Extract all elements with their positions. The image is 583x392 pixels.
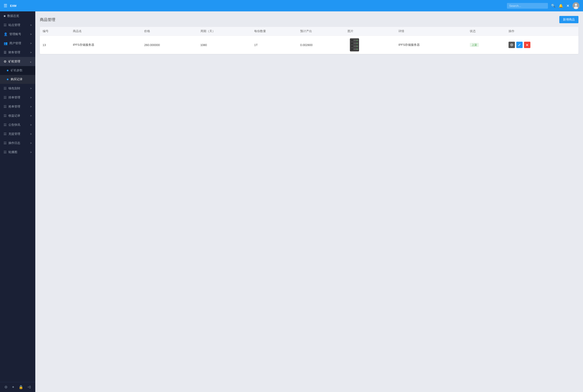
col-period: 周期（天） xyxy=(198,27,252,36)
col-name: 商品名 xyxy=(70,27,141,36)
delete-button[interactable] xyxy=(524,42,530,48)
sidebar-item-label: 收益记录 xyxy=(8,114,20,118)
col-id: 编号 xyxy=(40,27,70,36)
table-container: 编号 商品名 价格 周期（天） 每份数量 预计产出 图片 详情 状态 操作 13 xyxy=(40,27,579,54)
sidebar-item-users[interactable]: 👥 用户管理 > xyxy=(0,39,35,48)
product-table: 编号 商品名 价格 周期（天） 每份数量 预计产出 图片 详情 状态 操作 13 xyxy=(40,27,579,54)
svg-rect-6 xyxy=(352,40,353,41)
dot-icon xyxy=(7,70,8,71)
sidebar: ■ 数据总览 ☷ 站点管理 > 👤 管理账号 > 👥 用户管理 > ☰ 财务管理… xyxy=(0,12,35,392)
cell-name: IPFS存储服务器 xyxy=(70,36,141,54)
grid-icon[interactable]: ✦ xyxy=(11,385,14,389)
cell-price: 260.000000 xyxy=(141,36,197,54)
col-image: 图片 xyxy=(345,27,396,36)
product-image xyxy=(348,38,361,52)
avatar[interactable] xyxy=(573,2,579,9)
oplog-icon: ☷ xyxy=(4,141,6,145)
sidebar-item-miner[interactable]: ⚙ 矿机管理 ⌄ xyxy=(0,57,35,66)
sidebar-item-label: 充提管理 xyxy=(8,132,20,136)
svg-point-7 xyxy=(357,40,358,41)
svg-rect-5 xyxy=(351,40,352,41)
income-icon: ☷ xyxy=(4,114,6,118)
svg-point-11 xyxy=(357,43,358,44)
users-icon: 👥 xyxy=(4,42,7,45)
chevron-right-icon: > xyxy=(30,87,32,90)
col-detail: 详情 xyxy=(396,27,467,36)
chevron-right-icon: > xyxy=(30,151,32,154)
sidebar-item-label: 管理账号 xyxy=(9,32,21,36)
sidebar-item-label: 抢单管理 xyxy=(8,104,20,109)
sidebar-item-label: 数据总览 xyxy=(7,14,19,18)
wallet-icon: ☷ xyxy=(4,86,6,90)
sidebar-item-oplog[interactable]: ☷ 操作日志 > xyxy=(0,138,35,148)
table-row: 13 IPFS存储服务器 260.000000 1080 1T 0.002800 xyxy=(40,36,579,54)
svg-rect-17 xyxy=(351,48,352,50)
grab-icon: ☷ xyxy=(4,105,6,108)
main-content: 商品管理 新增商品 编号 商品名 价格 周期（天） 每份数量 预计产出 图片 详… xyxy=(35,12,583,392)
sidebar-item-label: 钱包划转 xyxy=(8,86,20,90)
lock-icon[interactable]: 🔒 xyxy=(19,385,23,389)
page-header: 商品管理 新增商品 xyxy=(40,16,579,23)
action-buttons xyxy=(509,42,576,48)
search-button[interactable]: 🔍 xyxy=(551,4,556,8)
svg-rect-10 xyxy=(352,42,353,44)
chevron-right-icon: > xyxy=(30,105,32,108)
sidebar-item-recharge[interactable]: ☷ 充提管理 > xyxy=(0,130,35,138)
svg-rect-9 xyxy=(351,42,352,44)
sidebar-item-banner[interactable]: ☷ 轮播图 > xyxy=(0,148,35,157)
chevron-right-icon: > xyxy=(30,33,32,36)
sidebar-subitem-label: 矿机参数 xyxy=(11,68,22,72)
sidebar-item-label: 操作日志 xyxy=(8,141,20,145)
miner-submenu: 矿机参数 购买记录 xyxy=(0,66,35,84)
sidebar-bottom: ⚙ ✦ 🔒 ⏿ xyxy=(0,382,35,392)
dot-icon xyxy=(7,78,8,80)
sidebar-item-label: 排单管理 xyxy=(8,96,20,100)
sidebar-item-label: 站点管理 xyxy=(8,23,20,27)
power-icon[interactable]: ⏿ xyxy=(27,385,31,389)
hamburger-icon[interactable]: ☰ xyxy=(4,3,7,8)
col-actions: 操作 xyxy=(506,27,579,36)
cell-status: 上架 xyxy=(467,36,506,54)
close-icon[interactable]: ✕ xyxy=(566,4,569,8)
status-badge: 上架 xyxy=(470,43,479,47)
sidebar-item-site[interactable]: ☷ 站点管理 > xyxy=(0,20,35,30)
sidebar-item-grab[interactable]: ☷ 抢单管理 > xyxy=(0,102,35,111)
add-product-button[interactable]: 新增商品 xyxy=(559,16,579,23)
chevron-right-icon: > xyxy=(30,124,32,126)
settings-icon[interactable]: ⚙ xyxy=(4,385,7,389)
sidebar-item-orders[interactable]: ☷ 排单管理 > xyxy=(0,93,35,102)
col-qty: 每份数量 xyxy=(251,27,297,36)
sidebar-item-finance[interactable]: ☰ 财务管理 > xyxy=(0,48,35,57)
sidebar-item-accounts[interactable]: 👤 管理账号 > xyxy=(0,30,35,39)
header-left: ☰ EXM xyxy=(4,3,16,8)
svg-point-1 xyxy=(575,4,577,6)
chevron-down-icon: ⌄ xyxy=(29,60,32,63)
cell-output: 0.002800 xyxy=(297,36,345,54)
search-input[interactable] xyxy=(507,3,548,9)
sidebar-item-income[interactable]: ☷ 收益记录 > xyxy=(0,111,35,120)
banner-icon: ☷ xyxy=(4,150,6,154)
sidebar-item-dashboard[interactable]: ■ 数据总览 xyxy=(0,12,35,20)
news-icon: ☷ xyxy=(4,123,6,127)
chevron-right-icon: > xyxy=(30,51,32,54)
cell-qty: 1T xyxy=(251,36,297,54)
site-icon: ☷ xyxy=(4,23,6,27)
sidebar-item-miner-buy[interactable]: 购买记录 xyxy=(0,75,35,84)
sidebar-item-news[interactable]: ☷ 公告快讯 > xyxy=(0,120,35,130)
sidebar-item-miner-params[interactable]: 矿机参数 xyxy=(0,66,35,75)
chevron-right-icon: > xyxy=(30,114,32,117)
notification-icon[interactable]: 🔔 xyxy=(559,4,563,8)
sidebar-subitem-label: 购买记录 xyxy=(11,78,22,81)
chevron-right-icon: > xyxy=(30,42,32,45)
table-header-row: 编号 商品名 价格 周期（天） 每份数量 预计产出 图片 详情 状态 操作 xyxy=(40,27,579,36)
edit-button[interactable] xyxy=(516,42,523,48)
sidebar-item-wallet[interactable]: ☷ 钱包划转 > xyxy=(0,84,35,93)
app-logo: EXM xyxy=(10,4,16,8)
layout: ■ 数据总览 ☷ 站点管理 > 👤 管理账号 > 👥 用户管理 > ☰ 财务管理… xyxy=(0,12,583,392)
cell-period: 1080 xyxy=(198,36,252,54)
chevron-right-icon: > xyxy=(30,132,32,135)
svg-rect-18 xyxy=(352,48,353,50)
col-status: 状态 xyxy=(467,27,506,36)
view-button[interactable] xyxy=(509,42,515,48)
chevron-right-icon: > xyxy=(30,142,32,144)
